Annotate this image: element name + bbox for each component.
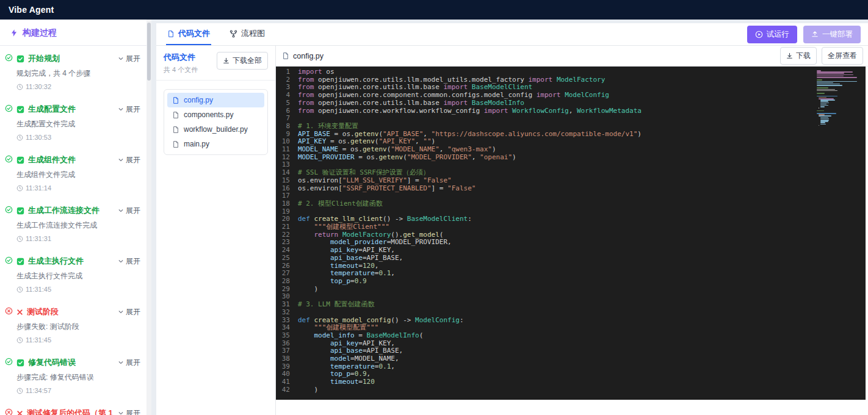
download-file-button[interactable]: 下载	[780, 47, 817, 65]
step-success-circle-icon	[5, 104, 13, 141]
clock-icon	[16, 185, 23, 192]
clock-icon	[16, 388, 23, 394]
clock-icon	[16, 134, 23, 141]
minimap	[815, 69, 863, 128]
code-file-icon	[167, 30, 175, 38]
chevron-down-icon	[118, 258, 124, 264]
code-line: 12MODEL_PROVIDER = os.getenv("MODEL_PROV…	[276, 154, 866, 162]
code-lines: 1import os2from openjiuwen.core.utils.ll…	[276, 68, 866, 394]
step-expand-button[interactable]: 展开	[118, 408, 140, 415]
chevron-down-icon	[118, 56, 124, 62]
step-time: 11:31:45	[16, 286, 140, 293]
step-description: 生成配置文件完成	[16, 119, 140, 129]
step-expand-button[interactable]: 展开	[118, 155, 140, 165]
step-x-icon	[16, 309, 23, 316]
file-icon	[282, 52, 289, 60]
file-item[interactable]: components.py	[167, 107, 264, 122]
step-timestamp: 11:31:45	[26, 336, 51, 344]
step-description: 生成组件文件完成	[16, 170, 140, 180]
file-icon	[172, 111, 179, 119]
step-check-icon	[16, 258, 24, 265]
step-expand-button[interactable]: 展开	[118, 104, 140, 115]
file-panel-title: 代码文件	[164, 52, 198, 63]
build-step: 生成组件文件展开生成组件文件完成11:31:14	[5, 154, 140, 192]
expand-label: 展开	[126, 206, 140, 216]
code-line: 42 )	[276, 386, 866, 394]
trial-run-label: 试运行	[767, 29, 790, 40]
deploy-button[interactable]: 一键部署	[803, 26, 861, 43]
step-check-icon	[16, 106, 24, 114]
file-list: config.pycomponents.pyworkflow_builder.p…	[164, 89, 268, 155]
code-editor[interactable]: 1import os2from openjiuwen.core.utils.ll…	[276, 67, 866, 400]
step-description: 生成主执行文件完成	[16, 271, 140, 281]
clock-icon	[16, 286, 23, 293]
file-name: components.py	[184, 110, 233, 119]
code-line: 6from openjiuwen.core.workflow.workflow_…	[276, 107, 866, 115]
deploy-label: 一键部署	[822, 29, 853, 40]
expand-label: 展开	[126, 104, 140, 115]
step-description: 步骤失败: 测试阶段	[16, 322, 140, 332]
step-description: 步骤完成: 修复代码错误	[16, 372, 140, 383]
step-title: 测试修复后的代码（第 1 次）	[27, 408, 114, 415]
app-title: Vibe Agent	[9, 5, 54, 15]
download-all-button[interactable]: 下载全部	[217, 52, 268, 70]
step-check-icon	[16, 156, 24, 164]
step-time: 11:34:57	[16, 387, 140, 394]
code-line: 41 timeout=120	[276, 378, 866, 386]
expand-label: 展开	[126, 155, 140, 165]
step-description: 规划完成，共 4 个步骤	[16, 68, 140, 79]
tab-flowchart[interactable]: 流程图	[228, 23, 266, 45]
download-icon	[223, 57, 230, 64]
main-panel: 代码文件 流程图 试运行 一键部署	[156, 23, 868, 415]
step-fail-circle-icon	[5, 408, 13, 415]
file-panel: 代码文件 共 4 个文件 下载全部 config.pycomponents.py…	[156, 46, 276, 415]
step-time: 11:31:45	[16, 336, 140, 344]
sidebar-scrollbar-thumb[interactable]	[147, 23, 151, 81]
flowchart-icon	[230, 30, 237, 38]
step-check-icon	[16, 207, 24, 215]
step-description: 生成工作流连接文件完成	[16, 220, 140, 231]
step-expand-button[interactable]: 展开	[118, 307, 140, 317]
code-line: 7	[276, 115, 866, 123]
build-step: 测试修复后的代码（第 1 次）展开	[5, 408, 140, 415]
step-expand-button[interactable]: 展开	[118, 358, 140, 368]
file-item[interactable]: config.py	[167, 93, 264, 107]
file-name: config.py	[184, 96, 213, 104]
editor-actions: 下载 全屏查看	[780, 47, 863, 65]
step-title: 修复代码错误	[28, 357, 76, 368]
expand-label: 展开	[126, 358, 140, 368]
fullscreen-button[interactable]: 全屏查看	[822, 47, 863, 65]
build-step: 生成配置文件展开生成配置文件完成11:30:53	[5, 104, 140, 141]
fullscreen-label: 全屏查看	[828, 51, 857, 61]
build-step: 测试阶段展开步骤失败: 测试阶段11:31:45	[5, 306, 140, 344]
step-expand-button[interactable]: 展开	[118, 54, 140, 64]
expand-label: 展开	[126, 256, 140, 267]
editor-header: config.py 下载 全屏查看	[276, 46, 868, 67]
download-all-label: 下载全部	[233, 56, 262, 66]
tab-code-files[interactable]: 代码文件	[166, 23, 211, 45]
step-expand-button[interactable]: 展开	[118, 206, 140, 216]
sidebar-scrollbar[interactable]	[146, 20, 151, 415]
file-name: main.py	[184, 140, 209, 148]
download-icon	[786, 52, 793, 59]
sidebar-header: 构建过程	[0, 20, 146, 46]
step-success-circle-icon	[5, 256, 13, 293]
step-title: 生成工作流连接文件	[28, 205, 99, 216]
file-count: 共 4 个文件	[164, 65, 198, 74]
code-line: 16os.environ["SSRF_PROTECT_ENABLED"] = "…	[276, 185, 866, 193]
tab-label: 流程图	[241, 28, 265, 39]
chevron-down-icon	[118, 309, 124, 315]
download-file-label: 下载	[796, 51, 811, 61]
step-title: 生成组件文件	[28, 154, 76, 165]
step-time: 11:30:53	[16, 134, 140, 141]
step-timestamp: 11:30:32	[26, 83, 51, 90]
step-expand-button[interactable]: 展开	[118, 256, 140, 267]
trial-run-button[interactable]: 试运行	[747, 26, 798, 43]
step-x-icon	[16, 410, 23, 415]
code-line: 28 top_p=0.9	[276, 278, 866, 286]
step-time: 11:30:32	[16, 83, 140, 90]
step-title: 生成配置文件	[28, 104, 76, 115]
app-header: Vibe Agent	[0, 0, 868, 20]
file-item[interactable]: workflow_builder.py	[167, 122, 264, 137]
file-item[interactable]: main.py	[167, 137, 264, 151]
